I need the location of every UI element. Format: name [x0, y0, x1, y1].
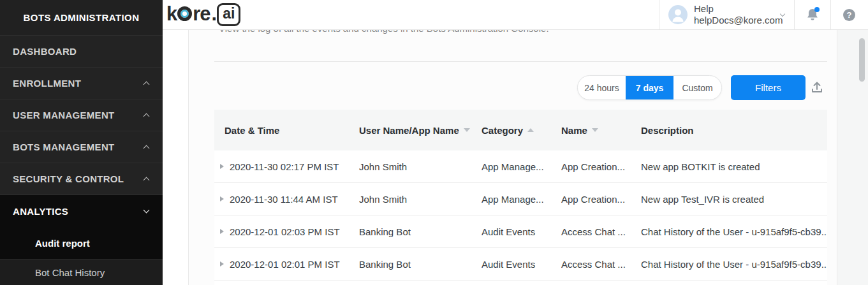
divider — [659, 0, 659, 29]
cell-datetime: 2020-12-01 02:01 PM IST — [230, 259, 340, 270]
sidebar-item-label: USER MANAGEMENT — [13, 110, 115, 121]
time-range-segmented-control: 24 hours 7 days Custom — [577, 75, 722, 100]
filters-button[interactable]: Filters — [731, 75, 805, 100]
chevron-down-icon — [143, 207, 150, 214]
table-row[interactable]: 2020-12-01 02:03 PM IST Banking Bot Audi… — [214, 216, 827, 248]
sidebar-item-analytics[interactable]: ANALYTICS — [0, 195, 163, 227]
cell-user: John Smith — [359, 194, 482, 205]
account-name: Help — [694, 3, 783, 15]
sidebar-item-security-control[interactable]: SECURITY & CONTROL — [0, 163, 163, 195]
sort-down-icon — [464, 128, 470, 132]
notifications-button[interactable] — [805, 7, 820, 22]
cell-name: Access Chat ... — [561, 259, 641, 270]
logo-dot: . — [212, 3, 217, 26]
user-avatar[interactable] — [668, 5, 688, 24]
logo-text: re — [193, 3, 210, 26]
row-expand-icon[interactable] — [220, 261, 224, 267]
cell-user: Banking Bot — [359, 259, 482, 270]
bots-admin-console: BOTS ADMINISTRATION DASHBOARD ENROLLMENT… — [0, 0, 868, 285]
row-expand-icon[interactable] — [220, 229, 224, 234]
partial-next-row — [214, 281, 827, 285]
kore-ai-logo[interactable]: k re . ai — [166, 2, 240, 26]
sort-down-icon — [592, 128, 598, 132]
table-row[interactable]: 2020-11-30 11:44 AM IST John Smith App M… — [214, 183, 827, 216]
range-7-days-button[interactable]: 7 days — [626, 76, 673, 99]
column-header-name[interactable]: Name — [561, 125, 641, 136]
left-gutter — [163, 30, 189, 285]
cell-datetime: 2020-11-30 02:17 PM IST — [230, 161, 339, 172]
sidebar-item-user-management[interactable]: USER MANAGEMENT — [0, 99, 163, 131]
section-divider — [214, 61, 827, 62]
range-custom-button[interactable]: Custom — [673, 76, 721, 99]
account-email: helpDocs@kore.com — [694, 15, 783, 26]
cell-name: App Creation... — [561, 161, 641, 172]
range-24-hours-button[interactable]: 24 hours — [578, 76, 626, 99]
table-row[interactable]: 2020-12-01 02:01 PM IST Banking Bot Audi… — [214, 248, 827, 281]
cell-description: Chat History of the User - u-915af9f5-cb… — [641, 226, 827, 237]
sidebar-item-label: DASHBOARD — [13, 46, 77, 57]
cell-description: New app BOTKIT is created — [641, 161, 827, 172]
column-header-description[interactable]: Description — [641, 125, 827, 136]
upload-icon — [810, 80, 824, 94]
sidebar-item-bots-management[interactable]: BOTS MANAGEMENT — [0, 131, 163, 163]
notification-dot — [814, 7, 820, 12]
cell-category: App Manage... — [482, 194, 561, 205]
help-button[interactable]: ? — [843, 9, 855, 21]
sidebar-item-label: ENROLLMENT — [13, 78, 81, 89]
chevron-up-icon — [143, 145, 150, 152]
sidebar-subitem-bot-chat-history[interactable]: Bot Chat History — [0, 259, 163, 285]
cell-user: John Smith — [359, 161, 482, 172]
row-expand-icon[interactable] — [220, 164, 224, 169]
cell-category: Audit Events — [482, 226, 561, 237]
row-expand-icon[interactable] — [220, 196, 224, 201]
cell-name: App Creation... — [561, 194, 641, 205]
topbar: k re . ai Help helpDocs@kore.com — [163, 0, 868, 30]
sidebar-title: BOTS ADMINISTRATION — [0, 0, 163, 36]
account-menu[interactable]: Help helpDocs@kore.com — [694, 3, 783, 26]
question-mark-icon: ? — [847, 10, 852, 20]
sidebar-item-enrollment[interactable]: ENROLLMENT — [0, 68, 163, 99]
sidebar-subitem-audit-report[interactable]: Audit report — [0, 227, 163, 259]
cell-description: New app Test_IVR is created — [641, 194, 827, 205]
cell-datetime: 2020-11-30 11:44 AM IST — [230, 194, 338, 205]
table-row[interactable]: 2020-11-30 02:17 PM IST John Smith App M… — [214, 150, 827, 183]
sidebar: BOTS ADMINISTRATION DASHBOARD ENROLLMENT… — [0, 0, 163, 285]
sidebar-item-label: ANALYTICS — [13, 206, 68, 217]
divider — [830, 0, 831, 29]
chevron-up-icon — [143, 82, 150, 88]
sort-up-icon — [527, 128, 534, 132]
export-button[interactable] — [810, 80, 824, 94]
divider — [794, 0, 795, 29]
column-header-date-time[interactable]: Date & Time — [214, 125, 359, 136]
sidebar-item-label: BOTS MANAGEMENT — [13, 142, 115, 152]
table-header-row: Date & Time User Name/App Name Category … — [214, 110, 827, 150]
cell-category: App Manage... — [482, 161, 561, 172]
chevron-up-icon — [143, 177, 150, 184]
cell-name: Access Chat ... — [561, 226, 641, 237]
avatar-person-icon — [668, 5, 688, 24]
cell-category: Audit Events — [482, 259, 561, 270]
logo-o-icon — [177, 6, 192, 21]
column-header-user-app-name[interactable]: User Name/App Name — [359, 125, 482, 136]
audit-log-table: Date & Time User Name/App Name Category … — [214, 110, 827, 285]
sidebar-item-label: SECURITY & CONTROL — [13, 173, 124, 184]
chevron-up-icon — [143, 113, 150, 120]
column-header-category[interactable]: Category — [482, 125, 561, 136]
vertical-scrollbar[interactable] — [859, 38, 865, 82]
logo-text: k — [166, 3, 177, 26]
sidebar-item-dashboard[interactable]: DASHBOARD — [0, 36, 163, 68]
cell-datetime: 2020-12-01 02:03 PM IST — [230, 226, 340, 237]
cell-user: Banking Bot — [359, 226, 482, 237]
cell-description: Chat History of the User - u-915af9f5-cb… — [641, 259, 827, 270]
logo-ai-box: ai — [217, 3, 240, 26]
